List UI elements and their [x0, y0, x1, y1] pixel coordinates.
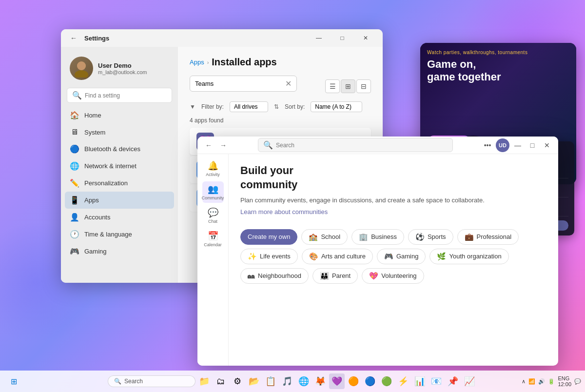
user-section: User Demo m_lab@outlook.com	[65, 53, 174, 84]
settings-back-button[interactable]: ←	[67, 31, 80, 45]
teams-maximize-button[interactable]: □	[526, 139, 539, 152]
grid2-view-button[interactable]: ⊟	[356, 79, 371, 93]
teams-body: 🔔 Activity 👥 Community 💬 Chat 📅 Calendar	[197, 154, 558, 366]
svg-point-1	[75, 70, 88, 78]
sidebar-item-label: Bluetooth & devices	[84, 145, 140, 153]
list-view-button[interactable]: ☰	[325, 79, 340, 93]
breadcrumb-apps-link[interactable]: Apps	[190, 59, 204, 66]
search-clear-icon[interactable]: ✕	[285, 79, 292, 88]
filter-select[interactable]: All drives	[230, 101, 268, 112]
taskbar-mail[interactable]: 📧	[429, 373, 444, 389]
user-info: User Demo m_lab@outlook.com	[98, 62, 169, 75]
professional-label: Professional	[477, 233, 512, 240]
teams-close-button[interactable]: ✕	[541, 139, 553, 152]
taskbar-chrome[interactable]: 🔵	[362, 373, 378, 389]
teams-search-input[interactable]	[276, 142, 448, 149]
professional-icon: 💼	[465, 233, 474, 241]
apps-search-input[interactable]	[195, 80, 282, 87]
taskbar-volume-icon: 🔊	[538, 378, 545, 385]
sports-category-button[interactable]: ⚽ Sports	[408, 229, 453, 245]
taskbar-firefox[interactable]: 🦊	[312, 373, 328, 389]
youth-category-button[interactable]: 🌿 Youth organization	[429, 249, 508, 264]
teams-forward-button[interactable]: →	[217, 139, 230, 152]
sidebar-item-label: Network & internet	[84, 162, 136, 170]
build-community-description: Plan community events, engage in discuss…	[240, 196, 546, 205]
taskbar-app1[interactable]: 🟢	[379, 373, 394, 389]
sidebar-item-network[interactable]: 🌐 Network & internet	[65, 157, 174, 175]
taskbar-pin[interactable]: 📌	[445, 373, 461, 389]
taskbar-notification-icon[interactable]: 💬	[574, 378, 581, 385]
teams-nav-buttons: ← →	[202, 139, 230, 152]
avatar	[70, 57, 93, 80]
sidebar-item-home[interactable]: 🏠 Home	[65, 107, 174, 124]
learn-more-link[interactable]: Learn more about communities	[240, 208, 546, 216]
taskbar-edge[interactable]: 🌐	[296, 373, 312, 389]
taskbar-task-view[interactable]: 🗂	[213, 373, 229, 389]
gaming-category-button[interactable]: 🎮 Gaming	[377, 249, 426, 264]
user-name: User Demo	[98, 62, 169, 69]
taskbar-files[interactable]: 📂	[246, 373, 262, 389]
taskbar-time: 12:00	[558, 381, 571, 387]
apps-search-container[interactable]: ✕	[190, 76, 297, 92]
parent-category-button[interactable]: 👪 Parent	[312, 268, 358, 284]
settings-minimize-button[interactable]: —	[308, 31, 330, 45]
taskbar-teams[interactable]: 💜	[329, 373, 345, 389]
teams-back-button[interactable]: ←	[202, 139, 215, 152]
business-label: Business	[371, 233, 397, 240]
sort-select[interactable]: Name (A to Z)	[311, 101, 362, 112]
taskbar: ⊞ 🔍 Search 📁 🗂 ⚙ 📂 📋 🎵 🌐 🦊 💜 🟠 🔵 🟢 ⚡ 📊 📧…	[0, 371, 585, 392]
calendar-label: Calendar	[204, 242, 222, 247]
settings-search-container[interactable]: 🔍	[67, 88, 172, 103]
community-buttons: Create my own 🏫 School 🏢 Business ⚽ Spor…	[240, 229, 546, 284]
sidebar-item-bluetooth[interactable]: 🔵 Bluetooth & devices	[65, 140, 174, 157]
gaming-category-icon: 🎮	[384, 252, 393, 261]
sidebar-item-system[interactable]: 🖥 System	[65, 124, 174, 140]
school-category-button[interactable]: 🏫 School	[301, 229, 348, 245]
teams-activity-icon[interactable]: 🔔 Activity	[202, 158, 224, 179]
taskbar-file-explorer[interactable]: 📁	[196, 373, 212, 389]
teams-calendar-icon[interactable]: 📅 Calendar	[202, 228, 224, 250]
start-button[interactable]: ⊞	[4, 372, 23, 391]
teams-search-container[interactable]: 🔍	[258, 138, 453, 152]
arts-category-button[interactable]: 🎨 Arts and culture	[302, 249, 373, 264]
teams-chat-icon[interactable]: 💬 Chat	[202, 205, 224, 226]
taskbar-chevron-icon[interactable]: ∧	[522, 378, 526, 385]
settings-close-button[interactable]: ✕	[354, 31, 377, 45]
filter-icon: ▼	[190, 103, 195, 110]
taskbar-vscode[interactable]: 🟠	[346, 373, 361, 389]
sidebar-item-label: System	[84, 129, 105, 136]
teams-sidebar: 🔔 Activity 👥 Community 💬 Chat 📅 Calendar	[197, 154, 229, 366]
grid-view-button[interactable]: ⊞	[341, 79, 355, 93]
business-category-button[interactable]: 🏢 Business	[351, 229, 404, 245]
teams-titlebar: ← → 🔍 ••• UD — □ ✕	[197, 137, 558, 154]
sidebar-item-personalization[interactable]: ✏️ Personalization	[65, 175, 174, 192]
create-community-button[interactable]: Create my own	[240, 229, 297, 245]
taskbar-settings[interactable]: ⚙	[230, 373, 245, 389]
teams-community-icon[interactable]: 👥 Community	[202, 181, 224, 203]
sidebar-item-label: Time & language	[84, 231, 132, 238]
settings-search-input[interactable]	[85, 92, 167, 99]
sidebar-item-apps[interactable]: 📱 Apps	[65, 192, 174, 209]
life-events-category-button[interactable]: ✨ Life events	[240, 249, 298, 264]
build-community-title: Build yourcommunity	[240, 164, 546, 192]
activity-emoji: 🔔	[208, 160, 218, 171]
taskbar-right: ∧ 📶 🔊 🔋 ENG 12:00 💬	[522, 375, 581, 387]
sidebar-item-accounts[interactable]: 👤 Accounts	[65, 209, 174, 226]
teams-minimize-button[interactable]: —	[511, 139, 524, 152]
taskbar-search[interactable]: 🔍 Search	[108, 375, 195, 387]
sidebar-item-gaming[interactable]: 🎮 Gaming	[65, 243, 174, 260]
chat-label: Chat	[208, 219, 217, 224]
chat-emoji: 💬	[208, 207, 218, 218]
taskbar-app2[interactable]: ⚡	[395, 373, 411, 389]
teams-more-button[interactable]: •••	[481, 139, 494, 152]
filter-label: Filter by:	[201, 103, 224, 110]
settings-maximize-button[interactable]: □	[331, 31, 353, 45]
taskbar-terminal[interactable]: 📋	[263, 373, 278, 389]
sidebar-item-time[interactable]: 🕐 Time & language	[65, 226, 174, 243]
volunteering-category-button[interactable]: 💖 Volunteering	[362, 268, 424, 284]
taskbar-media[interactable]: 🎵	[279, 373, 295, 389]
professional-category-button[interactable]: 💼 Professional	[457, 229, 519, 245]
taskbar-chart[interactable]: 📈	[462, 373, 477, 389]
taskbar-excel[interactable]: 📊	[412, 373, 428, 389]
neighbourhood-category-button[interactable]: 🏘 Neighbourhood	[240, 268, 309, 284]
